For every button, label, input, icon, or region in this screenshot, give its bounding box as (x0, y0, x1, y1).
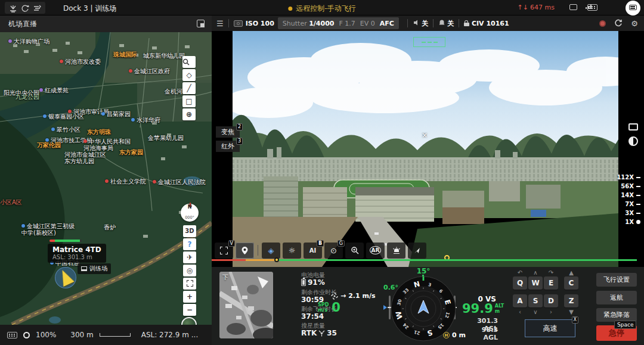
zoom-level[interactable]: 3X (617, 209, 640, 217)
map-pin-button[interactable] (236, 243, 254, 259)
poi-icon (8, 39, 12, 43)
emergency-land-button[interactable]: 紧急降落 (596, 308, 637, 322)
exposure-focus-icon[interactable] (628, 136, 638, 146)
zoom-level[interactable]: 1X (617, 217, 640, 226)
high-speed-mode-button[interactable]: 高速 X (525, 319, 575, 337)
laser-button[interactable]: ☼ (283, 243, 301, 259)
key-e[interactable]: E (544, 276, 558, 290)
battery-icon (301, 279, 306, 286)
map-line-tool-button[interactable]: ╱ (182, 82, 196, 94)
key-a[interactable]: A (513, 294, 527, 307)
camera-icon (234, 20, 243, 27)
map-layers-globe-button[interactable] (181, 317, 197, 325)
shutter-value[interactable]: 1/4000 (309, 20, 334, 27)
map-zoom-in-button[interactable]: + (183, 291, 196, 303)
screen-share-icon[interactable] (628, 123, 638, 130)
agl-value: 98.3 AGL (465, 326, 498, 341)
drone-info-card[interactable]: Matrice 4TD ASL: 301.3 m (48, 244, 106, 263)
key-q[interactable]: Q (513, 276, 527, 290)
key-d[interactable]: D (544, 294, 558, 307)
chat-bubble-icon (629, 5, 637, 10)
zoom-level[interactable]: 112X (617, 173, 640, 182)
map-locate-button[interactable]: ◎ (183, 265, 196, 276)
monitor-signal-icon[interactable] (569, 4, 577, 10)
aperture-setting[interactable]: F 1.7 (339, 20, 355, 27)
poi-icon (51, 128, 55, 131)
zoom-level-label: 1X (625, 219, 634, 225)
target-lock-button[interactable]: ⊙ G (324, 243, 343, 259)
yaw-right-hint: ↷ (544, 269, 558, 276)
zoom-level[interactable]: 7X (617, 200, 640, 209)
wind-value: 2.1 m/s (348, 292, 375, 300)
gear-icon[interactable]: ⚙ (631, 19, 638, 28)
map-compass[interactable]: N 000° (181, 204, 199, 222)
keyboard-icon[interactable] (7, 332, 17, 338)
focus-mode-setting[interactable]: AFC (380, 20, 394, 27)
zoom-level[interactable]: 56X (617, 182, 640, 191)
map-rect-tool-button[interactable]: □ (182, 95, 196, 107)
map-zoom-percent: 100% (36, 331, 56, 339)
heading-value: 15° (408, 267, 438, 275)
map-circle-tool-button[interactable]: ⊕ (182, 108, 196, 120)
map-diamond-tool-button[interactable]: ◇ (182, 69, 196, 81)
map-info-button[interactable]: ? (183, 238, 196, 250)
swap-view-icon[interactable] (197, 20, 205, 27)
key-s[interactable]: S (528, 294, 543, 307)
drone-asl-label: ASL: 301.3 m (52, 254, 101, 260)
iso-setting[interactable]: ISO 100 (246, 20, 274, 27)
navigate-button[interactable] (408, 243, 426, 259)
storage-label[interactable]: CIV 10161 (472, 20, 509, 27)
record-button[interactable] (599, 20, 606, 27)
refresh-icon[interactable] (614, 18, 623, 29)
map-3d-button[interactable]: 3D (183, 225, 196, 237)
camera-feed[interactable]: × 变焦 2 红外 3 112X56X14X7X3X1X (212, 31, 644, 267)
route-icon[interactable] (33, 4, 41, 12)
flight-mode-status[interactable]: 远程控制-手动飞行 (288, 4, 355, 14)
dock-live-title: 机场直播 (8, 20, 37, 28)
map-aircraft-button[interactable]: ✈ (183, 251, 196, 263)
dock-label[interactable]: Dock 3 | 训练场 (63, 4, 116, 14)
map-search-button[interactable] (182, 56, 196, 68)
map-zoom-out-button[interactable]: − (183, 304, 196, 316)
zoom-level-label: 112X (617, 174, 634, 181)
ar-projection-button[interactable]: AR (366, 243, 385, 259)
yaw-left-hint: ↶ (513, 269, 527, 276)
chat-button[interactable] (626, 1, 640, 15)
lens-switcher: 变焦 2 红外 3 (216, 126, 240, 155)
ir-lens-button[interactable]: 红外 3 (216, 141, 240, 152)
key-w[interactable]: W (528, 276, 543, 290)
orbit-icon[interactable] (21, 4, 29, 12)
left-hint: ‹ (513, 309, 527, 315)
speaker-toggle[interactable]: 关 (422, 19, 428, 28)
beacon-button[interactable] (387, 243, 405, 259)
thermal-view[interactable]: 下 (219, 272, 273, 338)
return-home-button[interactable]: 返航 (596, 291, 637, 304)
map-view[interactable]: 大洋购物广场河池市发改委珠城国际城东新华幼儿园金城江区政府阳光中央公园红成景苑金… (0, 32, 212, 325)
poi-icon (60, 60, 63, 63)
zoom-scale: 112X56X14X7X3X1X (617, 173, 640, 226)
descend-hint: ▼ (564, 309, 578, 315)
key-z[interactable]: Z (564, 294, 578, 307)
alarm-light-icon[interactable] (9, 4, 17, 12)
flight-settings-button[interactable]: 飞行设置 (596, 273, 637, 287)
camera-menu-icon[interactable]: ☰ (216, 19, 224, 28)
record-ring-icon[interactable] (23, 332, 30, 338)
key-c[interactable]: C (564, 276, 578, 290)
zoom-magnifier-button[interactable] (345, 243, 364, 259)
estop-hotkey: Space (614, 321, 636, 329)
drone-map-marker[interactable] (54, 266, 78, 292)
dock-site-badge[interactable]: 训练场 (78, 263, 111, 274)
zoom-lens-button[interactable]: 变焦 2 (216, 126, 240, 138)
alarm-bell-icon (438, 19, 445, 28)
alarm-toggle[interactable]: 关 (447, 19, 454, 28)
remote-id-icon[interactable] (587, 4, 597, 11)
satellite-value: RTK 35 (301, 329, 337, 337)
waypoint-button[interactable]: ◈ (262, 243, 280, 259)
ev-setting[interactable]: EV 0 (360, 20, 375, 27)
speed-hotkey: X (572, 316, 578, 324)
ai-detect-button[interactable]: AI B (304, 243, 322, 259)
zoom-level[interactable]: 14X (617, 191, 640, 200)
map-fit-button[interactable] (183, 278, 196, 290)
telemetry-panel: 下 电池电量 91% 剩余作业时长 30:59 剩余飞行时长 37:54 搜星质… (212, 267, 644, 345)
capture-frame-button[interactable]: V (215, 243, 233, 259)
